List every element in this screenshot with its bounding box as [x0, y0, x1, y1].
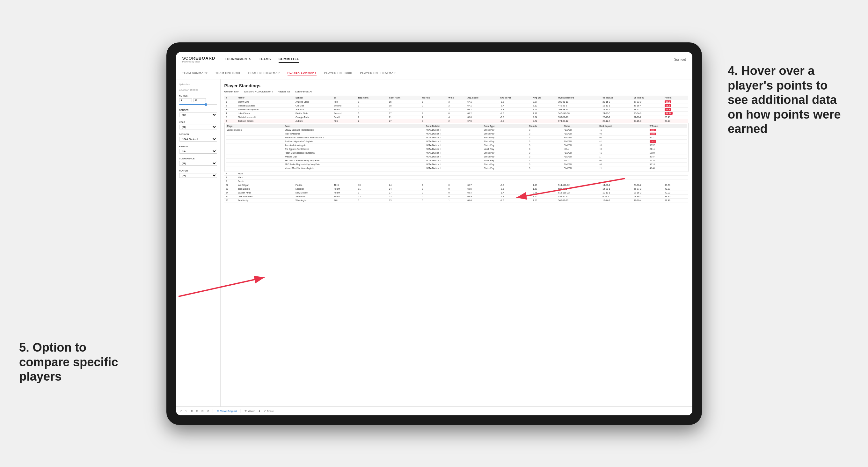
cell-overall: 440-26-6 — [557, 103, 601, 107]
cell-points[interactable]: 88.2 — [663, 100, 688, 103]
filter-region: Region: All — [278, 90, 290, 93]
cell-points[interactable]: 38.49 — [663, 198, 688, 202]
conference-select[interactable]: (All) — [179, 161, 217, 166]
sub-cell-division: NCAA Division I — [425, 132, 483, 135]
cell-vs-top25: 17-14-2 — [601, 198, 632, 202]
update-label: Update time: — [179, 83, 217, 86]
sub-cell-rounds: 3 — [528, 128, 563, 132]
sub-cell-w-points: 56.18 — [648, 162, 687, 166]
cell-adj-score: 68.6 — [466, 198, 499, 202]
layout-button[interactable]: ⊟ — [202, 410, 204, 412]
sub-cell-type: Stroke Play — [483, 166, 528, 170]
points-value[interactable]: 78.2 — [664, 104, 671, 107]
cell-points[interactable]: 70.2 — [663, 107, 688, 111]
cell-avg-sg: 0.74 — [532, 191, 557, 194]
points-value[interactable]: 88.2 — [664, 100, 671, 103]
cell-conf-rank: 27 — [388, 119, 421, 123]
sign-out-button[interactable]: Sign out — [674, 58, 686, 61]
nav-teams[interactable]: TEAMS — [259, 56, 271, 63]
sub-table-row: Jackson Kolson UNCW Seahawk Intercollegi… — [226, 128, 687, 132]
standings-table: # Player School Yr Reg Rank Conf Rank No… — [224, 96, 688, 203]
cell-overall — [557, 175, 601, 179]
region-select[interactable]: N/A — [179, 149, 217, 154]
expanded-row: Player Event Event Division Event Type R… — [224, 123, 688, 172]
cell-vs-top25: 10-11-1 — [601, 191, 632, 194]
points-value: 39.95 — [664, 195, 670, 198]
year-select[interactable]: (All) — [179, 125, 217, 129]
cell-player: Nichi — [237, 172, 294, 175]
cell-points[interactable]: 40.58 — [663, 183, 688, 187]
timer-button[interactable]: ⏱ — [207, 410, 210, 412]
cell-adj-score: 68.2 — [466, 111, 499, 115]
points-value[interactable]: 70.2 — [664, 108, 671, 111]
cell-player: Jackson Kolson — [237, 119, 294, 123]
tab-team-summary[interactable]: TEAM SUMMARY — [182, 70, 208, 76]
sub-col-status: Status — [562, 124, 598, 128]
tab-team-h2h-grid[interactable]: TEAM H2H GRID — [216, 70, 240, 76]
sub-cell-event: Fallen Oak Collegiate Invitational — [283, 151, 425, 155]
cell-overall: 547-142-38 — [557, 111, 601, 115]
cell-adj-score — [466, 175, 499, 179]
sub-cell-event: Williams Cup — [283, 155, 425, 158]
cell-avg-sg: 1.43 — [532, 183, 557, 187]
sub-cell-rounds: 3 — [528, 155, 563, 158]
cell-adj-score: 68.9 — [466, 194, 499, 198]
cell-reg-rank: 12 — [357, 194, 388, 198]
tab-player-h2h-heatmap[interactable]: PLAYER H2H HEATMAP — [360, 70, 396, 76]
no-rds-min-input[interactable] — [179, 98, 192, 102]
cell-points[interactable]: 78.2 — [663, 103, 688, 107]
watch-button[interactable]: 👁 Watch — [245, 410, 255, 412]
view-original-button[interactable]: 👁 View: Original — [217, 410, 237, 412]
player-select[interactable]: (All) — [179, 173, 217, 178]
cell-yr — [333, 179, 357, 183]
cell-overall: 381-61-11 — [557, 100, 601, 103]
gender-select[interactable]: Men — [179, 113, 217, 117]
cell-overall: 208-98-13 — [557, 107, 601, 111]
sub-cell-event: UNCW Seahawk Intercollegiate — [283, 128, 425, 132]
cell-avg-sg: 1.98 — [532, 111, 557, 115]
cell-school: Florida — [294, 183, 333, 187]
cell-vs-top25: 27-10-2 — [601, 115, 632, 119]
download-button[interactable]: ⬇ — [258, 410, 260, 412]
tab-player-h2h-grid[interactable]: PLAYER H2H GRID — [324, 70, 352, 76]
no-rds-max-input[interactable] — [193, 98, 206, 102]
division-select[interactable]: NCAA Division I — [179, 137, 217, 142]
cell-avg-par — [499, 179, 532, 183]
cell-overall: 452-96-12 — [557, 194, 601, 198]
cell-adj-score: 68.5 — [466, 187, 499, 191]
sub-cell-event: Tiger Invitational — [283, 132, 425, 135]
settings-button[interactable]: ⚙ — [191, 410, 193, 412]
cell-vs-top50: 65-54-6 — [632, 111, 664, 115]
sub-cell-event: Mirabel Maui Jim Intercollegiate — [283, 166, 425, 170]
no-rds-slider[interactable] — [179, 104, 217, 105]
cell-points[interactable] — [663, 175, 688, 179]
copy-button[interactable]: ⊞ — [196, 410, 198, 412]
cell-avg-sg: 1.68 — [532, 187, 557, 191]
share-button[interactable]: ↗ Share — [264, 410, 274, 412]
tab-player-summary[interactable]: PLAYER SUMMARY — [287, 70, 316, 76]
cell-points[interactable]: 68.34 — [663, 111, 688, 115]
cell-points[interactable] — [663, 179, 688, 183]
sub-cell-rank-impact: +1 — [598, 166, 648, 170]
sub-cell-player — [226, 139, 284, 143]
table-row: 25 Cole Sherwood Vanderbilt Fourth 12 23… — [224, 194, 688, 198]
sub-table-row: Williams Cup NCAA Division I Stroke Play… — [226, 155, 687, 158]
table-row: 4 Luke Claton Florida State Second 5 27 … — [224, 111, 688, 115]
tab-team-h2h-heatmap[interactable]: TEAM H2H HEATMAP — [248, 70, 280, 76]
redo-button[interactable]: ↪ — [185, 410, 187, 412]
cell-points[interactable]: 60.49 — [663, 115, 688, 119]
nav-committee[interactable]: COMMITTEE — [279, 56, 299, 63]
cell-conf-rank: 18 — [388, 103, 421, 107]
points-value[interactable]: 68.34 — [664, 112, 672, 115]
cell-conf-rank: 23 — [388, 194, 421, 198]
undo-button[interactable]: ↩ — [180, 410, 182, 412]
sub-cell-w-points: 18.50 — [648, 151, 687, 155]
cell-points[interactable]: 40.02 — [663, 191, 688, 194]
cell-points[interactable]: 40.27 — [663, 187, 688, 191]
cell-points[interactable] — [663, 172, 688, 175]
cell-num: 23 — [224, 187, 237, 191]
col-adj-score: Adj. Score — [466, 96, 499, 100]
cell-points[interactable]: 39.95 — [663, 194, 688, 198]
cell-points[interactable]: 58.18 — [663, 119, 688, 123]
nav-tournaments[interactable]: TOURNAMENTS — [225, 56, 251, 63]
